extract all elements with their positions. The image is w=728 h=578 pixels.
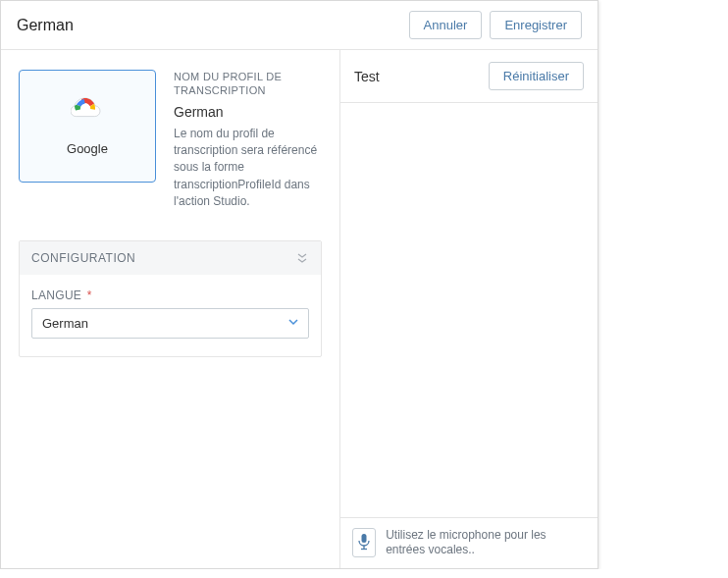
profile-name-value: German: [174, 104, 322, 120]
microphone-hint: Utilisez le microphone pour les entrées …: [386, 528, 586, 558]
profile-row: Google NOM DU PROFIL DE TRANSCRIPTION Ge…: [19, 70, 322, 211]
required-asterisk: *: [83, 289, 92, 302]
header-actions: Annuler Enregistrer: [409, 11, 582, 39]
language-field-label: LANGUE *: [31, 289, 309, 302]
configuration-section: CONFIGURATION LANGUE * German: [19, 240, 322, 357]
microphone-button[interactable]: [352, 528, 376, 557]
left-column: Google NOM DU PROFIL DE TRANSCRIPTION Ge…: [1, 50, 339, 568]
language-label-text: LANGUE: [31, 289, 81, 302]
profile-name-description: Le nom du profil de transcription sera r…: [174, 126, 322, 211]
svg-rect-0: [362, 534, 367, 543]
save-button[interactable]: Enregistrer: [490, 11, 582, 39]
dialog-header: German Annuler Enregistrer: [1, 1, 598, 50]
cancel-button[interactable]: Annuler: [409, 11, 483, 39]
configuration-section-title: CONFIGURATION: [31, 251, 135, 265]
profile-meta: NOM DU PROFIL DE TRANSCRIPTION German Le…: [174, 70, 322, 211]
dialog-body: Google NOM DU PROFIL DE TRANSCRIPTION Ge…: [1, 50, 598, 568]
provider-card-google[interactable]: Google: [19, 70, 156, 183]
provider-card-label: Google: [67, 141, 108, 156]
test-panel: Test Réinitialiser Utilisez le microp: [339, 50, 598, 568]
microphone-icon: [357, 533, 371, 553]
configuration-section-body: LANGUE * German: [20, 275, 321, 356]
google-cloud-icon: [71, 96, 104, 128]
test-panel-title: Test: [354, 69, 380, 84]
profile-name-label: NOM DU PROFIL DE TRANSCRIPTION: [174, 70, 322, 98]
test-panel-footer: Utilisez le microphone pour les entrées …: [340, 517, 598, 568]
test-panel-body: [340, 103, 598, 517]
language-select[interactable]: German: [31, 308, 309, 339]
test-panel-header: Test Réinitialiser: [340, 50, 598, 103]
page-title: German: [17, 17, 74, 34]
dialog-panel: German Annuler Enregistrer: [0, 0, 598, 569]
reset-button[interactable]: Réinitialiser: [489, 62, 584, 90]
configuration-section-header[interactable]: CONFIGURATION: [20, 241, 321, 275]
chevron-collapse-icon: [295, 251, 309, 265]
language-select-value: German: [31, 308, 309, 339]
